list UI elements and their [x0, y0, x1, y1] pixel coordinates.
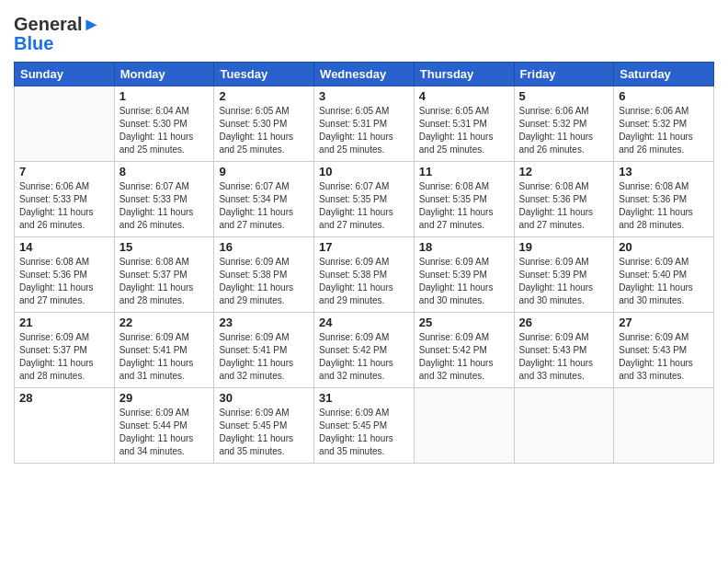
calendar-cell: 17Sunrise: 6:09 AM Sunset: 5:38 PM Dayli… [314, 237, 415, 313]
calendar-cell: 21Sunrise: 6:09 AM Sunset: 5:37 PM Dayli… [15, 313, 115, 388]
day-number: 20 [619, 240, 709, 254]
calendar-cell: 11Sunrise: 6:08 AM Sunset: 5:35 PM Dayli… [414, 162, 514, 237]
day-info: Sunrise: 6:09 AM Sunset: 5:43 PM Dayligh… [519, 331, 609, 383]
logo: General► Blue [14, 14, 100, 54]
day-number: 9 [219, 165, 309, 178]
day-number: 12 [519, 165, 609, 178]
calendar-cell: 7Sunrise: 6:06 AM Sunset: 5:33 PM Daylig… [15, 162, 115, 237]
calendar-cell: 22Sunrise: 6:09 AM Sunset: 5:41 PM Dayli… [114, 313, 214, 388]
day-info: Sunrise: 6:08 AM Sunset: 5:37 PM Dayligh… [119, 256, 210, 307]
week-row-3: 14Sunrise: 6:08 AM Sunset: 5:36 PM Dayli… [15, 237, 714, 313]
day-info: Sunrise: 6:08 AM Sunset: 5:36 PM Dayligh… [519, 180, 609, 232]
calendar: SundayMondayTuesdayWednesdayThursdayFrid… [14, 62, 714, 464]
day-info: Sunrise: 6:09 AM Sunset: 5:43 PM Dayligh… [619, 331, 709, 383]
day-number: 25 [419, 316, 509, 329]
day-info: Sunrise: 6:06 AM Sunset: 5:32 PM Dayligh… [519, 105, 609, 156]
logo-text: General► [14, 14, 100, 35]
day-number: 23 [219, 316, 309, 329]
calendar-cell [414, 388, 514, 464]
day-number: 2 [219, 89, 309, 103]
day-info: Sunrise: 6:09 AM Sunset: 5:41 PM Dayligh… [119, 331, 210, 383]
day-info: Sunrise: 6:06 AM Sunset: 5:32 PM Dayligh… [619, 105, 709, 156]
day-number: 19 [519, 240, 609, 254]
calendar-cell: 14Sunrise: 6:08 AM Sunset: 5:36 PM Dayli… [15, 237, 115, 313]
day-info: Sunrise: 6:09 AM Sunset: 5:38 PM Dayligh… [319, 256, 409, 307]
weekday-header-wednesday: Wednesday [314, 63, 415, 86]
day-number: 26 [519, 316, 609, 329]
calendar-cell: 27Sunrise: 6:09 AM Sunset: 5:43 PM Dayli… [614, 313, 714, 388]
day-number: 18 [419, 240, 509, 254]
day-info: Sunrise: 6:05 AM Sunset: 5:31 PM Dayligh… [319, 105, 409, 156]
calendar-cell [614, 388, 714, 464]
week-row-5: 2829Sunrise: 6:09 AM Sunset: 5:44 PM Day… [15, 388, 714, 464]
day-info: Sunrise: 6:09 AM Sunset: 5:44 PM Dayligh… [119, 407, 210, 458]
day-number: 16 [219, 240, 309, 254]
calendar-cell: 19Sunrise: 6:09 AM Sunset: 5:39 PM Dayli… [514, 237, 614, 313]
calendar-cell: 8Sunrise: 6:07 AM Sunset: 5:33 PM Daylig… [114, 162, 214, 237]
weekday-header-monday: Monday [114, 63, 214, 86]
calendar-cell: 6Sunrise: 6:06 AM Sunset: 5:32 PM Daylig… [614, 86, 714, 162]
day-info: Sunrise: 6:04 AM Sunset: 5:30 PM Dayligh… [119, 105, 210, 156]
day-number: 14 [19, 240, 109, 254]
weekday-header-row: SundayMondayTuesdayWednesdayThursdayFrid… [15, 63, 714, 86]
week-row-4: 21Sunrise: 6:09 AM Sunset: 5:37 PM Dayli… [15, 313, 714, 388]
day-info: Sunrise: 6:08 AM Sunset: 5:35 PM Dayligh… [419, 180, 509, 232]
day-info: Sunrise: 6:05 AM Sunset: 5:30 PM Dayligh… [219, 105, 309, 156]
day-info: Sunrise: 6:07 AM Sunset: 5:34 PM Dayligh… [219, 180, 309, 232]
calendar-cell: 13Sunrise: 6:08 AM Sunset: 5:36 PM Dayli… [614, 162, 714, 237]
calendar-cell: 1Sunrise: 6:04 AM Sunset: 5:30 PM Daylig… [114, 86, 214, 162]
weekday-header-thursday: Thursday [414, 63, 514, 86]
day-number: 31 [319, 391, 409, 405]
calendar-cell: 28 [15, 388, 115, 464]
day-number: 21 [19, 316, 109, 329]
day-number: 7 [19, 165, 109, 178]
calendar-cell: 10Sunrise: 6:07 AM Sunset: 5:35 PM Dayli… [314, 162, 415, 237]
calendar-cell: 31Sunrise: 6:09 AM Sunset: 5:45 PM Dayli… [314, 388, 415, 464]
day-info: Sunrise: 6:07 AM Sunset: 5:35 PM Dayligh… [319, 180, 409, 232]
day-number: 6 [619, 89, 709, 103]
day-number: 5 [519, 89, 609, 103]
calendar-cell: 3Sunrise: 6:05 AM Sunset: 5:31 PM Daylig… [314, 86, 415, 162]
calendar-cell: 5Sunrise: 6:06 AM Sunset: 5:32 PM Daylig… [514, 86, 614, 162]
weekday-header-saturday: Saturday [614, 63, 714, 86]
calendar-cell: 9Sunrise: 6:07 AM Sunset: 5:34 PM Daylig… [214, 162, 314, 237]
header: General► Blue [14, 9, 714, 54]
day-info: Sunrise: 6:08 AM Sunset: 5:36 PM Dayligh… [19, 256, 109, 307]
day-number: 17 [319, 240, 409, 254]
calendar-cell: 26Sunrise: 6:09 AM Sunset: 5:43 PM Dayli… [514, 313, 614, 388]
calendar-cell: 12Sunrise: 6:08 AM Sunset: 5:36 PM Dayli… [514, 162, 614, 237]
calendar-cell: 29Sunrise: 6:09 AM Sunset: 5:44 PM Dayli… [114, 388, 214, 464]
calendar-cell: 24Sunrise: 6:09 AM Sunset: 5:42 PM Dayli… [314, 313, 415, 388]
calendar-cell: 15Sunrise: 6:08 AM Sunset: 5:37 PM Dayli… [114, 237, 214, 313]
calendar-cell: 18Sunrise: 6:09 AM Sunset: 5:39 PM Dayli… [414, 237, 514, 313]
weekday-header-tuesday: Tuesday [214, 63, 314, 86]
calendar-cell: 23Sunrise: 6:09 AM Sunset: 5:41 PM Dayli… [214, 313, 314, 388]
calendar-cell: 16Sunrise: 6:09 AM Sunset: 5:38 PM Dayli… [214, 237, 314, 313]
day-number: 24 [319, 316, 409, 329]
week-row-2: 7Sunrise: 6:06 AM Sunset: 5:33 PM Daylig… [15, 162, 714, 237]
day-info: Sunrise: 6:09 AM Sunset: 5:45 PM Dayligh… [219, 407, 309, 458]
day-number: 29 [119, 391, 210, 405]
day-info: Sunrise: 6:09 AM Sunset: 5:39 PM Dayligh… [519, 256, 609, 307]
day-number: 28 [19, 391, 109, 405]
day-info: Sunrise: 6:09 AM Sunset: 5:42 PM Dayligh… [319, 331, 409, 383]
day-number: 4 [419, 89, 509, 103]
day-number: 15 [119, 240, 210, 254]
logo-subtext: Blue [14, 33, 100, 54]
calendar-cell: 2Sunrise: 6:05 AM Sunset: 5:30 PM Daylig… [214, 86, 314, 162]
day-info: Sunrise: 6:09 AM Sunset: 5:37 PM Dayligh… [19, 331, 109, 383]
day-number: 11 [419, 165, 509, 178]
page: General► Blue SundayMondayTuesdayWednesd… [0, 0, 728, 563]
day-number: 13 [619, 165, 709, 178]
day-info: Sunrise: 6:09 AM Sunset: 5:40 PM Dayligh… [619, 256, 709, 307]
day-info: Sunrise: 6:07 AM Sunset: 5:33 PM Dayligh… [119, 180, 210, 232]
weekday-header-sunday: Sunday [15, 63, 115, 86]
calendar-cell: 25Sunrise: 6:09 AM Sunset: 5:42 PM Dayli… [414, 313, 514, 388]
day-info: Sunrise: 6:09 AM Sunset: 5:42 PM Dayligh… [419, 331, 509, 383]
day-number: 27 [619, 316, 709, 329]
day-info: Sunrise: 6:09 AM Sunset: 5:39 PM Dayligh… [419, 256, 509, 307]
calendar-cell: 30Sunrise: 6:09 AM Sunset: 5:45 PM Dayli… [214, 388, 314, 464]
calendar-cell: 4Sunrise: 6:05 AM Sunset: 5:31 PM Daylig… [414, 86, 514, 162]
calendar-cell [15, 86, 115, 162]
day-number: 10 [319, 165, 409, 178]
